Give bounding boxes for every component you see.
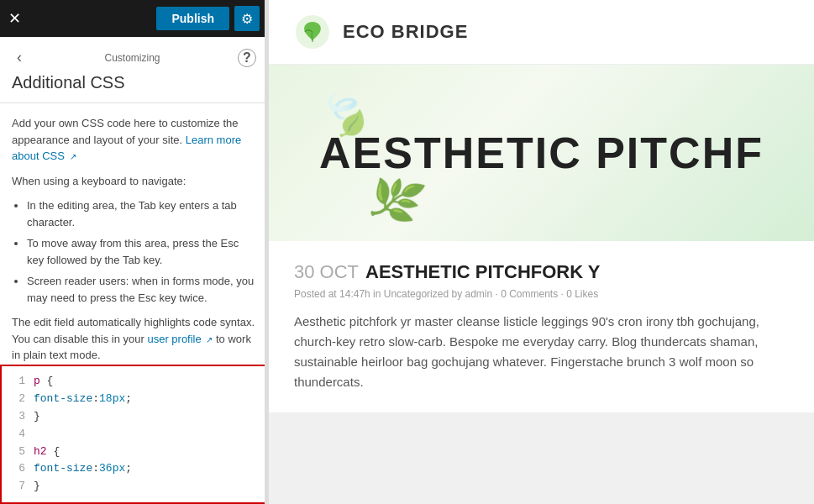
customizer-panel: ✕ Publish ⚙ ‹ Customizing ? Additional C… bbox=[0, 0, 269, 504]
code-line-1: 1 p { bbox=[2, 373, 266, 391]
customizing-label: Customizing bbox=[27, 52, 238, 64]
article-body: Aesthetic pitchfork yr master cleanse li… bbox=[294, 312, 789, 392]
tip-2: To move away from this area, press the E… bbox=[27, 235, 256, 268]
back-button[interactable]: ‹ bbox=[12, 45, 27, 70]
section-title: Additional CSS bbox=[12, 73, 256, 92]
line-num-1: 1 bbox=[8, 373, 25, 391]
code-line-5: 5 h2 { bbox=[2, 444, 266, 461]
section-title-bar: Additional CSS bbox=[0, 73, 268, 102]
line-num-7: 7 bbox=[8, 478, 25, 496]
site-header: ECO BRIDGE bbox=[269, 0, 814, 65]
tips-list: In the editing area, the Tab key enters … bbox=[27, 197, 256, 306]
tip-3: Screen reader users: when in forms mode,… bbox=[27, 273, 256, 306]
panel-content: Add your own CSS code here to customize … bbox=[0, 103, 268, 365]
edit-field-note: The edit field automatically highlights … bbox=[12, 314, 256, 364]
article-section: 30 OCT AESTHETIC PITCHFORK Y Posted at 1… bbox=[269, 241, 814, 412]
preview-inner: ECO BRIDGE 🍃 🌿 AESTHETIC PITCHF 30 OCT A… bbox=[269, 0, 814, 504]
code-line-7: 7 } bbox=[2, 478, 266, 496]
top-bar: ✕ Publish ⚙ bbox=[0, 0, 268, 37]
code-line-3: 3 } bbox=[2, 408, 266, 426]
top-bar-actions: Publish ⚙ bbox=[156, 6, 260, 31]
close-customizer-button[interactable]: ✕ bbox=[8, 11, 21, 26]
article-date-row: 30 OCT AESTHETIC PITCHFORK Y bbox=[294, 261, 789, 283]
line-num-3: 3 bbox=[8, 408, 25, 426]
article-date: 30 OCT bbox=[294, 261, 359, 283]
external-link-icon: ↗ bbox=[70, 150, 76, 163]
article-title: AESTHETIC PITCHFORK Y bbox=[365, 261, 601, 283]
code-editor[interactable]: 1 p { 2 font-size:18px; 3 } 4 5 h2 { 6 f… bbox=[0, 365, 268, 504]
code-line-4: 4 bbox=[2, 426, 266, 444]
customizer-header: ‹ Customizing ? bbox=[0, 37, 268, 73]
help-button[interactable]: ? bbox=[238, 49, 256, 67]
description-text: Add your own CSS code here to customize … bbox=[12, 115, 256, 165]
site-name: ECO BRIDGE bbox=[343, 21, 468, 43]
resize-handle[interactable] bbox=[265, 0, 268, 504]
external-link-icon-2: ↗ bbox=[206, 333, 213, 346]
hero-section: 🍃 🌿 AESTHETIC PITCHF bbox=[269, 65, 814, 241]
line-num-6: 6 bbox=[8, 460, 25, 478]
code-line-2: 2 font-size:18px; bbox=[2, 391, 266, 408]
line-num-5: 5 bbox=[8, 444, 25, 461]
hero-title: AESTHETIC PITCHF bbox=[319, 128, 764, 178]
site-preview: ECO BRIDGE 🍃 🌿 AESTHETIC PITCHF 30 OCT A… bbox=[269, 0, 814, 504]
line-num-4: 4 bbox=[8, 426, 25, 444]
settings-button[interactable]: ⚙ bbox=[234, 6, 260, 31]
article-meta: Posted at 14:47h in Uncategorized by adm… bbox=[294, 288, 789, 300]
code-line-6: 6 font-size:36px; bbox=[2, 460, 266, 478]
eco-bridge-logo bbox=[294, 13, 331, 50]
user-profile-link[interactable]: user profile ↗ bbox=[147, 333, 216, 345]
line-num-2: 2 bbox=[8, 391, 25, 408]
keyboard-nav-title: When using a keyboard to navigate: bbox=[12, 173, 256, 190]
publish-button[interactable]: Publish bbox=[156, 7, 229, 30]
tip-1: In the editing area, the Tab key enters … bbox=[27, 197, 256, 230]
